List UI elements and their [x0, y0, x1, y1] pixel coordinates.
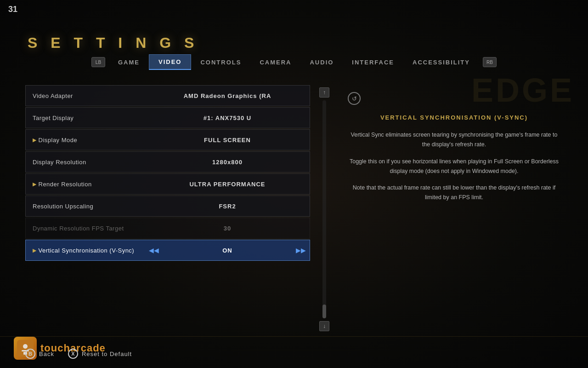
reset-button-label: Reset to Default [82, 351, 132, 357]
scrollbar-thumb[interactable] [322, 305, 326, 318]
info-paragraph-3: Note that the actual frame rate can stil… [348, 183, 560, 203]
back-button-icon: B [25, 349, 35, 359]
nav-tabs: LB GAME VIDEO CONTROLS CAMERA AUDIO INTE… [0, 54, 588, 70]
display-mode-label: ▶ Display Mode [26, 132, 145, 148]
display-resolution-value: 588x368 [145, 154, 310, 170]
scroll-up-button[interactable]: ↑ [319, 87, 329, 98]
target-display-value: #1: ANX7530 U [145, 110, 310, 126]
info-panel: ↺ VERTICAL SYNCHRONISATION (V-SYNC) Vert… [339, 85, 570, 331]
video-adapter-label: Video Adapter [26, 88, 145, 104]
back-button-label: Back [39, 351, 54, 357]
info-paragraph-2: Toggle this on if you see horizontal lin… [348, 157, 560, 177]
vsync-arrow-right[interactable]: ▶▶ [292, 247, 310, 254]
setting-row-target-display[interactable]: Target Display #1: ANX7530 U [25, 107, 310, 128]
setting-row-render-resolution[interactable]: ▶ Render Resolution ULTRA PERFORMANCE [25, 173, 310, 195]
vsync-chevron: ▶ [33, 247, 37, 253]
back-action[interactable]: B Back [25, 349, 54, 359]
vsync-arrow-left[interactable]: ◀◀ [145, 247, 163, 254]
dynamic-fps-label: Dynamic Resolution FPS Target [26, 220, 145, 236]
vsync-label: ▶ Vertical Synchronisation (V-Sync) [26, 242, 145, 259]
tab-audio[interactable]: AUDIO [300, 55, 343, 69]
scroll-down-button[interactable]: ↓ [319, 321, 329, 331]
tab-interface[interactable]: INTERFACE [343, 55, 403, 69]
bottom-bar: B Back X Reset to Default [25, 349, 570, 359]
info-back-button[interactable]: ↺ [348, 92, 361, 105]
display-mode-chevron: ▶ [33, 137, 37, 143]
vsync-value: ON [163, 242, 292, 259]
dynamic-fps-value: 30 [145, 220, 310, 236]
setting-row-dynamic-fps: Dynamic Resolution FPS Target 30 [25, 218, 310, 239]
tab-accessibility[interactable]: ACCESSIBILITY [403, 55, 479, 69]
info-panel-title: VERTICAL SYNCHRONISATION (V-SYNC) [348, 114, 560, 121]
target-display-label: Target Display [26, 110, 145, 126]
setting-row-display-resolution[interactable]: Display Resolution 588x368 [25, 151, 310, 172]
scroll-controls: ↑ ↓ [319, 85, 329, 331]
tab-game[interactable]: GAME [109, 55, 149, 69]
setting-row-video-adapter[interactable]: Video Adapter AMD Radeon Graphics (RA [25, 85, 310, 106]
resolution-upscaling-value: FSR2 [145, 198, 310, 214]
tab-camera[interactable]: CAMERA [250, 55, 300, 69]
svg-point-1 [23, 344, 28, 349]
reset-action[interactable]: X Reset to Default [68, 349, 132, 359]
video-adapter-value: AMD Radeon Graphics (RA [145, 88, 310, 104]
scrollbar-track [322, 100, 326, 318]
page-number: 31 [8, 5, 17, 14]
resolution-upscaling-label: Resolution Upscaling [26, 198, 145, 214]
render-resolution-label: ▶ Render Resolution [26, 176, 145, 192]
settings-title: S E T T I N G S [28, 34, 198, 52]
settings-panel: Video Adapter AMD Radeon Graphics (RA Ta… [25, 85, 310, 331]
setting-row-resolution-upscaling[interactable]: Resolution Upscaling FSR2 [25, 196, 310, 217]
tab-controls[interactable]: CONTROLS [191, 55, 250, 69]
setting-row-vsync[interactable]: ▶ Vertical Synchronisation (V-Sync) ◀◀ O… [25, 240, 310, 261]
tab-video[interactable]: VIDEO [149, 54, 191, 70]
info-paragraph-1: Vertical Sync eliminates screen tearing … [348, 130, 560, 150]
info-back-icon-area: ↺ [348, 92, 560, 105]
render-resolution-value: ULTRA PERFORMANCE [145, 176, 310, 192]
render-resolution-chevron: ▶ [33, 181, 37, 187]
setting-row-display-mode[interactable]: ▶ Display Mode FULL SCREEN [25, 129, 310, 150]
display-resolution-label: Display Resolution [26, 154, 145, 170]
lb-button[interactable]: LB [91, 57, 105, 67]
display-mode-value: FULL SCREEN [145, 132, 310, 148]
reset-button-icon: X [68, 349, 78, 359]
main-content: Video Adapter AMD Radeon Graphics (RA Ta… [25, 85, 570, 331]
rb-button[interactable]: RB [483, 57, 497, 67]
